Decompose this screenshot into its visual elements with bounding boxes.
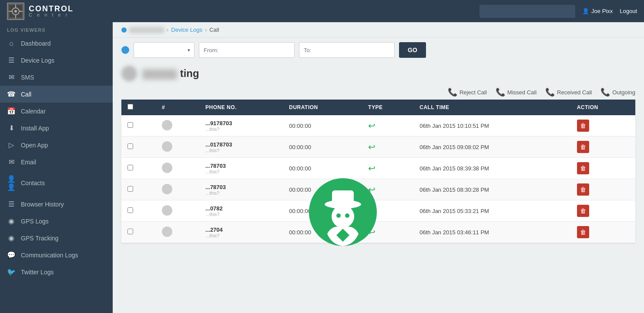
- legend-outgoing: 📞 Outgoing: [600, 87, 635, 97]
- row-calltime: 06th Jan 2015 05:33:21 PM: [413, 200, 570, 222]
- sidebar-section-label: LOG VIEWERS: [0, 22, 113, 35]
- go-button[interactable]: GO: [399, 42, 426, 58]
- legend-missed: 📞 Missed Call: [496, 87, 537, 97]
- sidebar-item-sms[interactable]: ✉ SMS: [0, 69, 113, 86]
- filter-select[interactable]: [134, 42, 195, 58]
- sidebar-item-dashboard[interactable]: ⌂ Dashboard: [0, 35, 113, 52]
- reject-call-icon: 📞: [448, 87, 457, 97]
- row-num: [156, 115, 199, 137]
- sidebar-item-open-app[interactable]: ▷ Open App: [0, 137, 113, 153]
- missed-call-icon: 📞: [496, 87, 505, 97]
- sidebar-item-browser-history[interactable]: ☰ Browser History: [0, 196, 113, 213]
- sidebar-label-open-app: Open App: [21, 142, 48, 149]
- logo-center-text: C e n t e r: [29, 13, 74, 17]
- call-log-table: # PHONE NO. DURATION TYPE CALL TIME ACTI…: [121, 100, 635, 243]
- contacts-icon: 👤👤: [7, 175, 16, 191]
- table-header: # PHONE NO. DURATION TYPE CALL TIME ACTI…: [121, 100, 635, 115]
- row-checkbox[interactable]: [127, 165, 133, 170]
- row-phone: ...2704 ...this?: [199, 222, 283, 243]
- logo-control-text: CONTROL: [29, 5, 74, 13]
- row-calltime: 06th Jan 2015 08:30:28 PM: [413, 179, 570, 200]
- delete-button[interactable]: 🗑: [577, 162, 589, 174]
- row-action: 🗑: [571, 137, 635, 158]
- row-checkbox[interactable]: [127, 186, 133, 192]
- row-check[interactable]: [121, 137, 156, 158]
- sidebar-item-email[interactable]: ✉ Email: [0, 153, 113, 170]
- row-action: 🗑: [571, 200, 635, 222]
- sidebar-label-dashboard: Dashboard: [21, 40, 51, 47]
- row-check[interactable]: [121, 200, 156, 222]
- row-checkbox[interactable]: [127, 207, 133, 213]
- sidebar-item-contacts[interactable]: 👤👤 Contacts: [0, 170, 113, 196]
- header-right: 👤 Joe Pixx Logout: [480, 5, 637, 18]
- legend-received: 📞 Received Call: [545, 87, 592, 97]
- sidebar-item-call[interactable]: ☎ Call: [0, 86, 113, 103]
- sidebar-item-twitter-logs[interactable]: 🐦 Twitter Logs: [0, 263, 113, 280]
- row-duration: 00:00:00: [283, 115, 362, 137]
- legend-bar: 📞 Reject Call 📞 Missed Call 📞 Received C…: [113, 85, 644, 100]
- filter-bar: GO: [113, 38, 644, 62]
- row-check[interactable]: [121, 115, 156, 137]
- delete-button[interactable]: 🗑: [577, 141, 589, 153]
- sidebar-item-device-logs[interactable]: ☰ Device Logs: [0, 52, 113, 69]
- row-duration: 00:00:00: [283, 200, 362, 222]
- row-type: ↩: [362, 222, 413, 243]
- top-header: CONTROL C e n t e r 👤 Joe Pixx Logout: [0, 0, 644, 22]
- sidebar-item-gps-logs[interactable]: ◉ GPS Logs: [0, 213, 113, 230]
- sidebar: LOG VIEWERS ⌂ Dashboard ☰ Device Logs ✉ …: [0, 22, 113, 313]
- filter-dot: [121, 46, 129, 54]
- row-checkbox[interactable]: [127, 122, 133, 128]
- sidebar-label-sms: SMS: [21, 74, 34, 81]
- row-phone: ...78703 ...this?: [199, 179, 283, 200]
- table-row: ...0782 ...this? 00:00:00 ↩ 06th Jan 201…: [121, 200, 635, 222]
- row-check[interactable]: [121, 179, 156, 200]
- sidebar-label-call: Call: [21, 91, 31, 98]
- install-app-icon: ⬇: [7, 124, 16, 132]
- sidebar-item-install-app[interactable]: ⬇ Install App: [0, 120, 113, 137]
- sidebar-label-install-app: Install App: [21, 125, 49, 132]
- row-checkbox[interactable]: [127, 143, 133, 149]
- email-icon: ✉: [7, 158, 16, 166]
- received-call-icon: 📞: [545, 87, 555, 97]
- col-num: #: [156, 100, 199, 115]
- row-check[interactable]: [121, 222, 156, 243]
- sms-icon: ✉: [7, 73, 16, 81]
- content-area: › Device Logs › Call GO ting: [113, 22, 644, 313]
- device-logs-icon: ☰: [7, 56, 16, 64]
- delete-button[interactable]: 🗑: [577, 120, 589, 132]
- from-date-input[interactable]: [199, 42, 295, 58]
- page-title-bar: ting: [113, 62, 644, 85]
- svg-point-2: [14, 10, 17, 13]
- row-checkbox[interactable]: [127, 229, 133, 234]
- sidebar-label-communication-logs: Communication Logs: [21, 252, 78, 259]
- to-date-input[interactable]: [299, 42, 395, 58]
- logout-button[interactable]: Logout: [620, 8, 637, 14]
- delete-button[interactable]: 🗑: [577, 183, 589, 196]
- sidebar-item-gps-tracking[interactable]: ◉ GPS Tracking: [0, 230, 113, 246]
- row-type: ↩: [362, 200, 413, 222]
- outgoing-call-icon: 📞: [600, 87, 610, 97]
- row-check[interactable]: [121, 158, 156, 179]
- header-search-input[interactable]: [480, 5, 575, 18]
- row-duration: 00:00:00: [283, 222, 362, 243]
- sidebar-label-contacts: Contacts: [21, 180, 45, 186]
- legend-reject-label: Reject Call: [460, 89, 487, 96]
- row-duration: 00:00:00: [283, 158, 362, 179]
- breadcrumb-device-logs[interactable]: Device Logs: [171, 27, 202, 33]
- row-type: ↩: [362, 137, 413, 158]
- delete-button[interactable]: 🗑: [577, 205, 589, 217]
- call-icon: ☎: [7, 90, 16, 98]
- logo-icon: [7, 3, 24, 20]
- delete-button[interactable]: 🗑: [577, 226, 589, 238]
- select-all-checkbox[interactable]: [127, 104, 133, 110]
- table-body: ...9178703 ...this? 00:00:00 ↩ 06th Jan …: [121, 115, 635, 243]
- row-duration: 00:00:00: [283, 179, 362, 200]
- sidebar-item-communication-logs[interactable]: 💬 Communication Logs: [0, 246, 113, 263]
- row-phone: ...9178703 ...this?: [199, 115, 283, 137]
- sidebar-label-email: Email: [21, 159, 36, 166]
- sidebar-item-calendar[interactable]: 📅 Calendar: [0, 103, 113, 120]
- filter-select-wrapper: [134, 42, 195, 58]
- col-duration: DURATION: [283, 100, 362, 115]
- breadcrumb-dot: [121, 27, 127, 33]
- col-action: ACTION: [571, 100, 635, 115]
